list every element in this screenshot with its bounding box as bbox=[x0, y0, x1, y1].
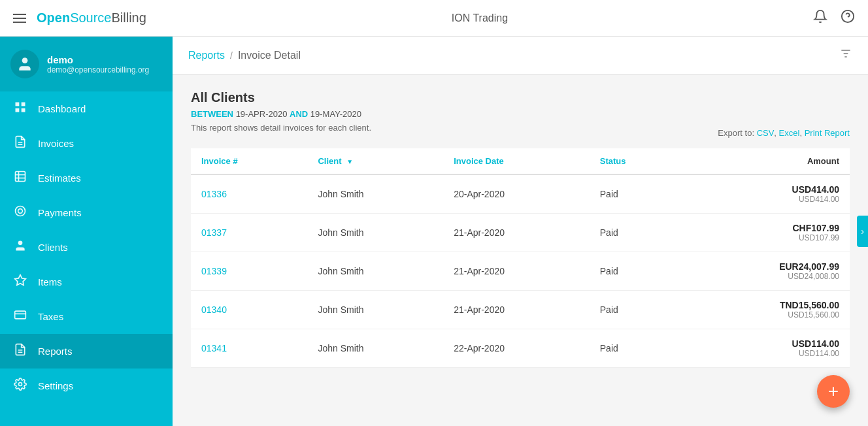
col-status: Status bbox=[590, 148, 685, 174]
sidebar-user: demo demo@opensourcebilling.org bbox=[0, 37, 173, 91]
collapse-sidebar-tab[interactable]: › bbox=[857, 216, 868, 247]
notification-bell-icon[interactable] bbox=[813, 9, 827, 27]
app-title: ION Trading bbox=[452, 12, 508, 24]
amount-secondary: USD24,008.00 bbox=[695, 272, 839, 281]
col-invoice: Invoice # bbox=[191, 148, 307, 174]
sidebar-item-items[interactable]: Items bbox=[0, 265, 173, 299]
report-title: All Clients bbox=[191, 90, 850, 105]
export-excel-link[interactable]: Excel bbox=[779, 128, 800, 138]
col-invoice-date: Invoice Date bbox=[443, 148, 590, 174]
table-row: 01336 John Smith 20-Apr-2020 Paid USD414… bbox=[191, 174, 850, 214]
content-area: › Reports / Invoice Detail All Clients B… bbox=[173, 37, 868, 426]
svg-marker-16 bbox=[15, 275, 26, 286]
avatar bbox=[10, 50, 39, 78]
table-row: 01340 John Smith 21-Apr-2020 Paid TND15,… bbox=[191, 291, 850, 329]
amount-primary: USD114.00 bbox=[695, 338, 839, 349]
cell-invoice: 01341 bbox=[191, 329, 307, 368]
sidebar-item-settings[interactable]: Settings bbox=[0, 369, 173, 403]
amount-primary: EUR24,007.99 bbox=[695, 261, 839, 272]
table-row: 01339 John Smith 21-Apr-2020 Paid EUR24,… bbox=[191, 252, 850, 291]
report-description: This report shows detail invoices for ea… bbox=[191, 123, 371, 133]
breadcrumb-reports-link[interactable]: Reports bbox=[188, 50, 225, 61]
amount-primary: USD414.00 bbox=[695, 184, 839, 195]
svg-point-21 bbox=[19, 383, 22, 386]
sidebar-item-label: Dashboard bbox=[38, 103, 86, 114]
sort-arrow-icon: ▼ bbox=[346, 158, 353, 165]
sidebar-item-taxes[interactable]: Taxes bbox=[0, 299, 173, 334]
svg-point-2 bbox=[22, 57, 28, 63]
header-left: OpenSourceBilling bbox=[13, 10, 146, 25]
clients-icon bbox=[13, 239, 27, 255]
sidebar-item-label: Taxes bbox=[38, 311, 63, 322]
cell-status: Paid bbox=[590, 214, 685, 252]
sidebar: demo demo@opensourcebilling.org Dashboar… bbox=[0, 37, 173, 426]
cell-client: John Smith bbox=[307, 214, 443, 252]
sidebar-item-clients[interactable]: Clients bbox=[0, 230, 173, 265]
page-header: Reports / Invoice Detail bbox=[173, 37, 868, 74]
invoice-link[interactable]: 01341 bbox=[201, 343, 227, 353]
sidebar-item-invoices[interactable]: Invoices bbox=[0, 126, 173, 161]
sidebar-item-label: Settings bbox=[38, 380, 73, 391]
svg-rect-5 bbox=[22, 108, 25, 112]
add-button[interactable]: + bbox=[817, 375, 850, 408]
sidebar-item-label: Clients bbox=[38, 242, 68, 253]
filter-icon[interactable] bbox=[839, 47, 852, 63]
top-header: OpenSourceBilling ION Trading bbox=[0, 0, 868, 37]
invoice-link[interactable]: 01339 bbox=[201, 266, 227, 276]
help-icon[interactable] bbox=[841, 9, 855, 27]
svg-rect-3 bbox=[16, 103, 20, 106]
table-header: Invoice # Client ▼ Invoice Date Status A… bbox=[191, 148, 850, 174]
export-label: Export to: bbox=[718, 128, 754, 138]
sidebar-item-label: Payments bbox=[38, 207, 82, 218]
reports-icon bbox=[13, 343, 27, 359]
sidebar-item-dashboard[interactable]: Dashboard bbox=[0, 91, 173, 126]
logo: OpenSourceBilling bbox=[37, 10, 146, 25]
sidebar-nav: Dashboard Invoices bbox=[0, 91, 173, 426]
estimates-icon bbox=[13, 170, 27, 186]
sidebar-item-label: Estimates bbox=[38, 172, 81, 184]
invoice-link[interactable]: 01337 bbox=[201, 227, 227, 238]
amount-secondary: USD15,560.00 bbox=[695, 310, 839, 320]
user-info: demo demo@opensourcebilling.org bbox=[47, 54, 149, 74]
invoice-link[interactable]: 01336 bbox=[201, 189, 227, 199]
breadcrumb-current: Invoice Detail bbox=[238, 50, 301, 61]
user-name: demo bbox=[47, 54, 149, 65]
table-body: 01336 John Smith 20-Apr-2020 Paid USD414… bbox=[191, 174, 850, 368]
cell-invoice: 01340 bbox=[191, 291, 307, 329]
header-right bbox=[813, 9, 855, 27]
col-client[interactable]: Client ▼ bbox=[307, 148, 443, 174]
amount-primary: CHF107.99 bbox=[695, 223, 839, 233]
export-print-link[interactable]: Print Report bbox=[805, 128, 850, 138]
sidebar-item-label: Invoices bbox=[38, 138, 74, 149]
report-table: Invoice # Client ▼ Invoice Date Status A… bbox=[191, 148, 850, 368]
svg-point-13 bbox=[16, 206, 25, 216]
export-csv-link[interactable]: CSV bbox=[757, 128, 775, 138]
sidebar-item-label: Reports bbox=[38, 346, 73, 357]
sidebar-item-payments[interactable]: Payments bbox=[0, 195, 173, 230]
cell-amount: USD414.00 USD414.00 bbox=[685, 174, 850, 214]
amount-primary: TND15,560.00 bbox=[695, 300, 839, 310]
cell-amount: USD114.00 USD114.00 bbox=[685, 329, 850, 368]
cell-amount: TND15,560.00 USD15,560.00 bbox=[685, 291, 850, 329]
invoice-link[interactable]: 01340 bbox=[201, 304, 227, 315]
sidebar-item-label: Items bbox=[38, 276, 62, 287]
cell-status: Paid bbox=[590, 329, 685, 368]
hamburger-menu[interactable] bbox=[13, 14, 26, 23]
sidebar-item-estimates[interactable]: Estimates bbox=[0, 161, 173, 195]
date-to-val: 19-MAY-2020 bbox=[310, 109, 361, 119]
cell-date: 20-Apr-2020 bbox=[443, 174, 590, 214]
amount-secondary: USD107.99 bbox=[695, 233, 839, 242]
items-icon bbox=[13, 274, 27, 290]
amount-secondary: USD414.00 bbox=[695, 195, 839, 204]
cell-amount: CHF107.99 USD107.99 bbox=[685, 214, 850, 252]
and-label-text: AND bbox=[290, 109, 308, 119]
cell-date: 22-Apr-2020 bbox=[443, 329, 590, 368]
between-label: BETWEEN bbox=[191, 109, 233, 119]
cell-amount: EUR24,007.99 USD24,008.00 bbox=[685, 252, 850, 291]
cell-client: John Smith bbox=[307, 291, 443, 329]
report-content: All Clients BETWEEN 19-APR-2020 AND 19-M… bbox=[173, 74, 868, 384]
sidebar-item-reports[interactable]: Reports bbox=[0, 334, 173, 369]
settings-icon bbox=[13, 378, 27, 394]
svg-rect-9 bbox=[16, 172, 25, 182]
report-dates: BETWEEN 19-APR-2020 AND 19-MAY-2020 bbox=[191, 109, 850, 119]
